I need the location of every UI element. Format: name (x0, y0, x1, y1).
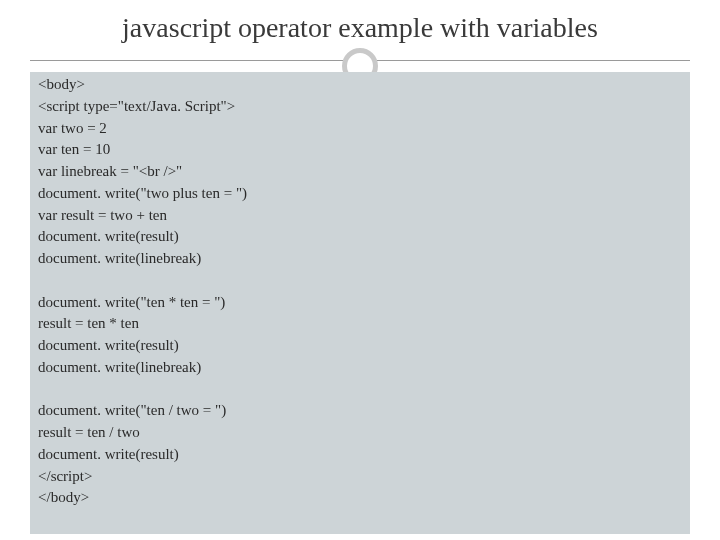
blank-line (38, 270, 682, 292)
code-line: document. write("ten * ten = ") (38, 292, 682, 314)
code-line: <script type="text/Java. Script"> (38, 96, 682, 118)
code-line: var ten = 10 (38, 139, 682, 161)
code-line: var two = 2 (38, 118, 682, 140)
code-block: <body> <script type="text/Java. Script">… (30, 72, 690, 534)
blank-line (38, 379, 682, 401)
code-line: document. write("ten / two = ") (38, 400, 682, 422)
code-line: document. write(linebreak) (38, 248, 682, 270)
code-line: var result = two + ten (38, 205, 682, 227)
code-line: result = ten * ten (38, 313, 682, 335)
code-line: document. write(result) (38, 226, 682, 248)
slide: javascript operator example with variabl… (0, 0, 720, 540)
code-line: </body> (38, 487, 682, 509)
slide-title: javascript operator example with variabl… (0, 12, 720, 44)
code-line: </script> (38, 466, 682, 488)
code-line: document. write(result) (38, 335, 682, 357)
code-line: result = ten / two (38, 422, 682, 444)
code-line: document. write("two plus ten = ") (38, 183, 682, 205)
code-line: document. write(result) (38, 444, 682, 466)
code-line: <body> (38, 74, 682, 96)
code-line: document. write(linebreak) (38, 357, 682, 379)
code-line: var linebreak = "<br />" (38, 161, 682, 183)
